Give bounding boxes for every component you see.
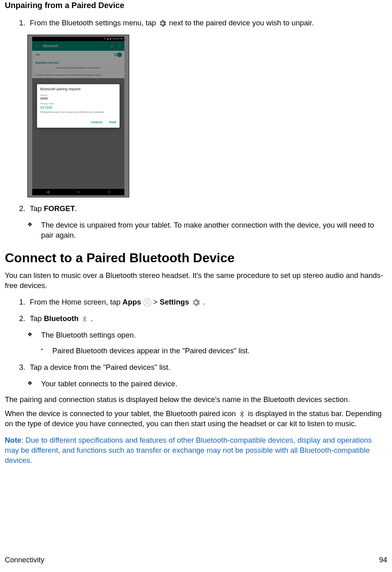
steps-unpairing-cont: Tap FORGET. bbox=[5, 204, 387, 214]
c2-a: Tap bbox=[30, 314, 44, 323]
svg-point-6 bbox=[148, 302, 149, 303]
dialog-title: Bluetooth pairing request bbox=[40, 87, 116, 91]
settings-gear-icon bbox=[191, 298, 201, 307]
note-body: : Due to different specifications and fe… bbox=[5, 436, 372, 464]
bluetooth-icon bbox=[80, 315, 89, 323]
connect-step-1: From the Home screen, tap Apps > Setting… bbox=[27, 297, 387, 307]
svg-point-9 bbox=[148, 303, 149, 304]
heading-unpairing: Unpairing from a Paired Device bbox=[5, 0, 387, 11]
device-value: XXXX bbox=[40, 97, 116, 100]
page-footer: Connectivity 94 bbox=[5, 555, 387, 565]
apps-icon bbox=[143, 298, 151, 307]
step-2-note: The device is unpaired from your tablet.… bbox=[39, 220, 387, 240]
steps-unpairing: From the Bluetooth settings menu, tap ne… bbox=[5, 18, 387, 28]
bluetooth-label: Bluetooth bbox=[44, 314, 78, 323]
step-1-text-b: next to the paired device you wish to un… bbox=[169, 19, 314, 27]
c2-sub1: The Bluetooth settings open. bbox=[39, 330, 387, 340]
step-2-text-a: Tap bbox=[30, 204, 44, 213]
c1-a: From the Home screen, tap bbox=[30, 298, 122, 306]
c2-end: . bbox=[89, 314, 93, 323]
footer-section-name: Connectivity bbox=[5, 555, 44, 565]
svg-point-3 bbox=[148, 301, 149, 302]
status-paragraph: The pairing and connection status is dis… bbox=[5, 395, 387, 405]
c1-end: . bbox=[201, 298, 205, 306]
cancel-button[interactable]: CANCEL bbox=[91, 121, 103, 124]
nav-back-icon[interactable]: ◁ bbox=[47, 190, 49, 195]
connect-step-3-notes: Your tablet connects to the paired devic… bbox=[5, 379, 387, 389]
heading-connect: Connect to a Paired Bluetooth Device bbox=[5, 249, 387, 267]
c2-sub1a: Paired Bluetooth devices appear in the "… bbox=[52, 346, 387, 356]
connect-step-3: Tap a device from the "Paired devices" l… bbox=[27, 363, 387, 373]
note-paragraph: Note: Due to different specifications an… bbox=[5, 435, 387, 466]
c1-gt: > bbox=[151, 298, 160, 306]
apps-label: Apps bbox=[122, 298, 141, 306]
nav-bar: ◁ ○ □ bbox=[32, 189, 124, 195]
device-label: Device bbox=[40, 93, 116, 97]
svg-point-7 bbox=[145, 303, 146, 304]
svg-point-4 bbox=[145, 302, 146, 303]
nav-recent-icon[interactable]: □ bbox=[108, 190, 110, 195]
screenshot-bluetooth-pairing: ▾ ◢ ▮ 10:29 PM ← Bluetooth ⌕ ⋮ On Availa… bbox=[27, 35, 129, 197]
nav-home-icon[interactable]: ○ bbox=[78, 190, 80, 195]
pairing-code: 627456 bbox=[40, 105, 116, 110]
step-2-notes: The device is unpaired from your tablet.… bbox=[5, 220, 387, 240]
icon-para-a: When the device is connected to your tab… bbox=[5, 409, 238, 418]
footer-page-number: 94 bbox=[379, 555, 387, 565]
steps-connect-cont: Tap a device from the "Paired devices" l… bbox=[5, 363, 387, 373]
svg-point-8 bbox=[147, 303, 148, 304]
settings-label: Settings bbox=[160, 298, 189, 306]
icon-paragraph: When the device is connected to your tab… bbox=[5, 409, 387, 429]
intro-connect: You can listen to music over a Bluetooth… bbox=[5, 271, 387, 291]
svg-point-2 bbox=[147, 301, 148, 302]
gear-icon bbox=[158, 19, 167, 28]
code-label: Pairing code bbox=[40, 102, 116, 105]
note-label: Note bbox=[5, 436, 21, 444]
pairing-hint: Pairing grants access to your contacts a… bbox=[40, 111, 116, 114]
step-1: From the Bluetooth settings menu, tap ne… bbox=[27, 18, 387, 28]
c3-sub: Your tablet connects to the paired devic… bbox=[39, 379, 387, 389]
svg-point-5 bbox=[147, 302, 148, 303]
step-1-text-a: From the Bluetooth settings menu, tap bbox=[30, 19, 158, 27]
pairing-dialog: Bluetooth pairing request Device XXXX Pa… bbox=[37, 84, 120, 128]
steps-connect: From the Home screen, tap Apps > Setting… bbox=[5, 297, 387, 324]
connect-step-2: Tap Bluetooth . bbox=[27, 314, 387, 324]
forget-label: FORGET bbox=[44, 204, 75, 213]
connect-step-2-subnotes: Paired Bluetooth devices appear in the "… bbox=[5, 346, 387, 356]
step-2-text-b: . bbox=[75, 204, 77, 213]
connect-step-2-notes: The Bluetooth settings open. bbox=[5, 330, 387, 340]
bluetooth-paired-icon bbox=[238, 410, 246, 419]
pair-button[interactable]: PAIR bbox=[109, 121, 116, 124]
step-2: Tap FORGET. bbox=[27, 204, 387, 214]
svg-point-1 bbox=[145, 301, 146, 302]
